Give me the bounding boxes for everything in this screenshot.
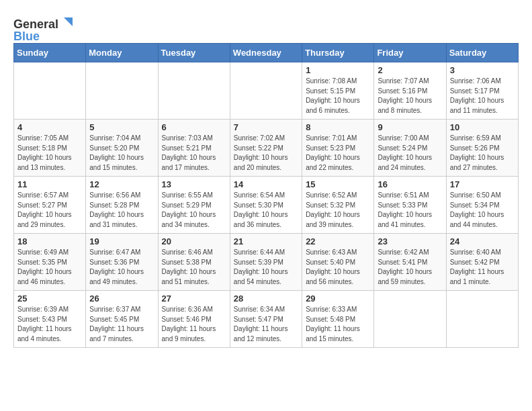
calendar-cell: 24Sunrise: 6:40 AM Sunset: 5:42 PM Dayli… — [446, 234, 518, 291]
day-number: 20 — [162, 236, 226, 246]
day-info: Sunrise: 7:03 AM Sunset: 5:21 PM Dayligh… — [162, 134, 226, 173]
calendar-week-row: 1Sunrise: 7:08 AM Sunset: 5:15 PM Daylig… — [14, 62, 519, 120]
day-info: Sunrise: 6:47 AM Sunset: 5:36 PM Dayligh… — [89, 248, 154, 287]
header-day-sunday: Sunday — [14, 44, 86, 62]
day-info: Sunrise: 6:46 AM Sunset: 5:38 PM Dayligh… — [162, 248, 226, 287]
day-info: Sunrise: 6:42 AM Sunset: 5:41 PM Dayligh… — [378, 248, 442, 287]
calendar-cell: 8Sunrise: 7:01 AM Sunset: 5:23 PM Daylig… — [302, 120, 374, 177]
header-day-wednesday: Wednesday — [230, 44, 302, 62]
calendar-cell: 29Sunrise: 6:33 AM Sunset: 5:48 PM Dayli… — [302, 291, 374, 348]
calendar-cell: 2Sunrise: 7:07 AM Sunset: 5:16 PM Daylig… — [374, 62, 446, 120]
header-day-saturday: Saturday — [446, 44, 518, 62]
day-info: Sunrise: 7:07 AM Sunset: 5:16 PM Dayligh… — [378, 77, 442, 116]
day-info: Sunrise: 6:34 AM Sunset: 5:47 PM Dayligh… — [234, 305, 298, 344]
day-number: 7 — [234, 122, 298, 132]
day-info: Sunrise: 7:08 AM Sunset: 5:15 PM Dayligh… — [306, 77, 370, 116]
day-number: 19 — [89, 236, 154, 246]
calendar-cell — [374, 291, 446, 348]
day-number: 3 — [450, 65, 515, 75]
calendar-header-row: SundayMondayTuesdayWednesdayThursdayFrid… — [14, 44, 519, 62]
calendar-cell: 17Sunrise: 6:50 AM Sunset: 5:34 PM Dayli… — [446, 177, 518, 234]
calendar-cell: 19Sunrise: 6:47 AM Sunset: 5:36 PM Dayli… — [86, 234, 158, 291]
day-info: Sunrise: 6:43 AM Sunset: 5:40 PM Dayligh… — [306, 248, 370, 287]
calendar-cell: 16Sunrise: 6:51 AM Sunset: 5:33 PM Dayli… — [374, 177, 446, 234]
calendar-cell — [158, 62, 230, 120]
svg-text:General: General — [13, 17, 58, 31]
day-number: 9 — [378, 122, 442, 132]
day-info: Sunrise: 7:05 AM Sunset: 5:18 PM Dayligh… — [17, 134, 82, 173]
day-number: 14 — [234, 179, 298, 189]
calendar-cell: 13Sunrise: 6:55 AM Sunset: 5:29 PM Dayli… — [158, 177, 230, 234]
calendar-cell: 11Sunrise: 6:57 AM Sunset: 5:27 PM Dayli… — [14, 177, 86, 234]
calendar-week-row: 25Sunrise: 6:39 AM Sunset: 5:43 PM Dayli… — [14, 291, 519, 348]
day-info: Sunrise: 6:40 AM Sunset: 5:42 PM Dayligh… — [450, 248, 515, 287]
day-number: 15 — [306, 179, 370, 189]
day-number: 22 — [306, 236, 370, 246]
day-number: 27 — [162, 293, 226, 304]
day-info: Sunrise: 6:44 AM Sunset: 5:39 PM Dayligh… — [234, 248, 298, 287]
day-number: 10 — [450, 122, 515, 132]
svg-marker-2 — [64, 17, 73, 26]
calendar-cell — [446, 291, 518, 348]
calendar-cell: 26Sunrise: 6:37 AM Sunset: 5:45 PM Dayli… — [86, 291, 158, 348]
calendar-cell: 5Sunrise: 7:04 AM Sunset: 5:20 PM Daylig… — [86, 120, 158, 177]
calendar-cell — [86, 62, 158, 120]
day-info: Sunrise: 6:59 AM Sunset: 5:26 PM Dayligh… — [450, 134, 515, 173]
day-number: 25 — [17, 293, 82, 304]
calendar-week-row: 18Sunrise: 6:49 AM Sunset: 5:35 PM Dayli… — [14, 234, 519, 291]
day-info: Sunrise: 7:04 AM Sunset: 5:20 PM Dayligh… — [89, 134, 154, 173]
calendar-cell: 25Sunrise: 6:39 AM Sunset: 5:43 PM Dayli… — [14, 291, 86, 348]
day-info: Sunrise: 7:06 AM Sunset: 5:17 PM Dayligh… — [450, 77, 515, 116]
calendar-cell — [14, 62, 86, 120]
day-info: Sunrise: 6:37 AM Sunset: 5:45 PM Dayligh… — [89, 305, 154, 344]
day-number: 26 — [89, 293, 154, 304]
calendar-cell: 21Sunrise: 6:44 AM Sunset: 5:39 PM Dayli… — [230, 234, 302, 291]
calendar-cell: 23Sunrise: 6:42 AM Sunset: 5:41 PM Dayli… — [374, 234, 446, 291]
day-number: 18 — [17, 236, 82, 246]
day-number: 23 — [378, 236, 442, 246]
day-info: Sunrise: 6:51 AM Sunset: 5:33 PM Dayligh… — [378, 191, 442, 230]
calendar-cell: 4Sunrise: 7:05 AM Sunset: 5:18 PM Daylig… — [14, 120, 86, 177]
day-info: Sunrise: 7:01 AM Sunset: 5:23 PM Dayligh… — [306, 134, 370, 173]
calendar-cell: 27Sunrise: 6:36 AM Sunset: 5:46 PM Dayli… — [158, 291, 230, 348]
day-info: Sunrise: 6:57 AM Sunset: 5:27 PM Dayligh… — [17, 191, 82, 230]
day-number: 28 — [234, 293, 298, 304]
calendar-week-row: 4Sunrise: 7:05 AM Sunset: 5:18 PM Daylig… — [14, 120, 519, 177]
calendar-cell: 22Sunrise: 6:43 AM Sunset: 5:40 PM Dayli… — [302, 234, 374, 291]
day-info: Sunrise: 6:49 AM Sunset: 5:35 PM Dayligh… — [17, 248, 82, 287]
calendar-cell — [230, 62, 302, 120]
day-info: Sunrise: 7:00 AM Sunset: 5:24 PM Dayligh… — [378, 134, 442, 173]
day-number: 8 — [306, 122, 370, 132]
day-info: Sunrise: 6:50 AM Sunset: 5:34 PM Dayligh… — [450, 191, 515, 230]
calendar-cell: 6Sunrise: 7:03 AM Sunset: 5:21 PM Daylig… — [158, 120, 230, 177]
day-info: Sunrise: 6:55 AM Sunset: 5:29 PM Dayligh… — [162, 191, 226, 230]
calendar-cell: 14Sunrise: 6:54 AM Sunset: 5:30 PM Dayli… — [230, 177, 302, 234]
calendar-table: SundayMondayTuesdayWednesdayThursdayFrid… — [13, 43, 519, 348]
header-day-thursday: Thursday — [302, 44, 374, 62]
calendar-cell: 28Sunrise: 6:34 AM Sunset: 5:47 PM Dayli… — [230, 291, 302, 348]
calendar-cell: 9Sunrise: 7:00 AM Sunset: 5:24 PM Daylig… — [374, 120, 446, 177]
day-info: Sunrise: 6:36 AM Sunset: 5:46 PM Dayligh… — [162, 305, 226, 344]
logo-icon: GeneralBlue — [13, 16, 74, 43]
header-day-tuesday: Tuesday — [158, 44, 230, 62]
day-info: Sunrise: 6:54 AM Sunset: 5:30 PM Dayligh… — [234, 191, 298, 230]
svg-text:Blue: Blue — [13, 30, 40, 43]
day-number: 12 — [89, 179, 154, 189]
day-number: 29 — [306, 293, 370, 304]
header-day-monday: Monday — [86, 44, 158, 62]
calendar-week-row: 11Sunrise: 6:57 AM Sunset: 5:27 PM Dayli… — [14, 177, 519, 234]
day-number: 2 — [378, 65, 442, 75]
day-info: Sunrise: 6:39 AM Sunset: 5:43 PM Dayligh… — [17, 305, 82, 344]
header-day-friday: Friday — [374, 44, 446, 62]
calendar-cell: 1Sunrise: 7:08 AM Sunset: 5:15 PM Daylig… — [302, 62, 374, 120]
calendar-cell: 18Sunrise: 6:49 AM Sunset: 5:35 PM Dayli… — [14, 234, 86, 291]
day-number: 24 — [450, 236, 515, 246]
day-info: Sunrise: 6:33 AM Sunset: 5:48 PM Dayligh… — [306, 305, 370, 344]
day-number: 16 — [378, 179, 442, 189]
calendar-cell: 3Sunrise: 7:06 AM Sunset: 5:17 PM Daylig… — [446, 62, 518, 120]
day-number: 6 — [162, 122, 226, 132]
calendar-cell: 10Sunrise: 6:59 AM Sunset: 5:26 PM Dayli… — [446, 120, 518, 177]
day-number: 1 — [306, 65, 370, 75]
day-number: 5 — [89, 122, 154, 132]
day-info: Sunrise: 7:02 AM Sunset: 5:22 PM Dayligh… — [234, 134, 298, 173]
